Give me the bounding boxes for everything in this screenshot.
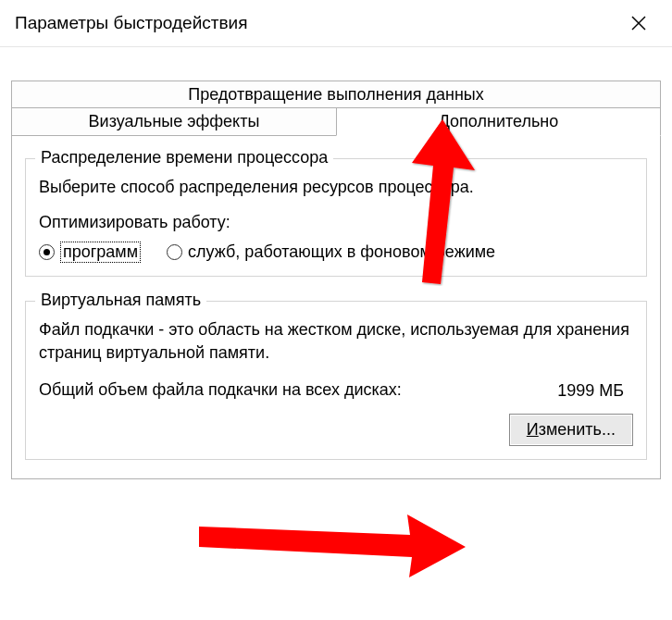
- close-button[interactable]: [620, 9, 657, 37]
- svg-marker-3: [199, 515, 466, 577]
- group-cpu-title: Распределение времени процессора: [35, 148, 333, 167]
- cpu-radio-group: программ служб, работающих в фоновом реж…: [39, 242, 633, 263]
- group-cpu-scheduling: Распределение времени процессора Выберит…: [25, 158, 647, 277]
- title-bar: Параметры быстродействия: [0, 0, 672, 47]
- radio-services[interactable]: служб, работающих в фоновом режиме: [167, 242, 495, 262]
- group-virtual-memory: Виртуальная память Файл подкачки - это о…: [25, 301, 647, 460]
- radio-services-label: служб, работающих в фоновом режиме: [188, 242, 495, 262]
- change-button-rest: зменить...: [539, 420, 616, 439]
- tab-panel-advanced: Распределение времени процессора Выберит…: [11, 135, 661, 479]
- change-button[interactable]: Изменить...: [509, 414, 633, 446]
- tab-advanced[interactable]: Дополнительно: [336, 107, 661, 136]
- tab-strip: Предотвращение выполнения данных Визуаль…: [11, 81, 661, 136]
- vm-total-label: Общий объем файла подкачки на всех диска…: [39, 378, 402, 401]
- radio-dot-icon: [167, 244, 182, 260]
- radio-dot-icon: [39, 244, 55, 260]
- radio-programs-label: программ: [60, 242, 141, 263]
- radio-programs[interactable]: программ: [39, 242, 141, 263]
- close-icon: [631, 16, 646, 31]
- tab-visual-effects[interactable]: Визуальные эффекты: [11, 107, 336, 136]
- annotation-arrow-icon: [199, 510, 467, 584]
- vm-total-value: 1999 МБ: [557, 381, 633, 401]
- group-vm-title: Виртуальная память: [35, 291, 206, 310]
- window-title: Параметры быстродействия: [15, 13, 620, 33]
- vm-desc: Файл подкачки - это область на жестком д…: [39, 318, 633, 364]
- dialog-content: Предотвращение выполнения данных Визуаль…: [0, 47, 672, 479]
- tab-dep[interactable]: Предотвращение выполнения данных: [11, 81, 661, 108]
- change-button-accel: И: [527, 420, 539, 439]
- cpu-desc: Выберите способ распределения ресурсов п…: [39, 176, 633, 198]
- vm-total-row: Общий объем файла подкачки на всех диска…: [39, 378, 633, 401]
- cpu-optimize-label: Оптимизировать работу:: [39, 213, 633, 232]
